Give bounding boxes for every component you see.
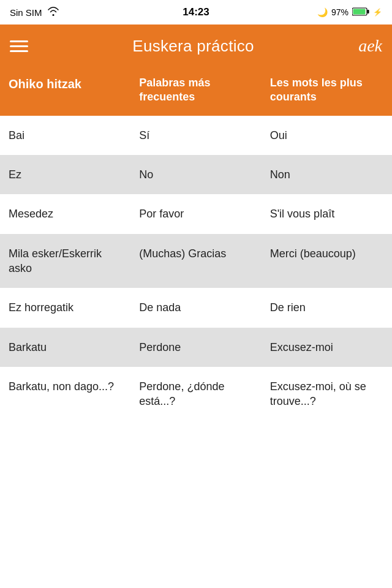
app-logo: aek: [358, 36, 382, 56]
status-time: 14:23: [183, 6, 209, 18]
menu-line-3: [10, 50, 28, 52]
vocabulary-table: BaiSíOuiEzNoNonMesedezPor favorS'il vous…: [0, 116, 392, 421]
cell-row6-col1: Barkatu, non dago...?: [0, 379, 130, 409]
cell-row1-col1: Ez: [0, 167, 130, 182]
cell-row1-col3: Non: [262, 167, 392, 182]
app-title: Euskera práctico: [132, 37, 254, 56]
menu-line-1: [10, 40, 28, 42]
column-headers: Ohiko hitzak Palabras más frecuentes Les…: [0, 67, 392, 116]
moon-icon: 🌙: [317, 7, 328, 17]
menu-line-2: [10, 45, 28, 47]
table-row[interactable]: MesedezPor favorS'il vous plaît: [0, 194, 392, 233]
col-header-1: Ohiko hitzak: [0, 76, 130, 105]
table-row[interactable]: Ez horregatikDe nadaDe rien: [0, 288, 392, 327]
cell-row0-col3: Oui: [262, 128, 392, 143]
cell-row0-col1: Bai: [0, 128, 130, 143]
app-header: Euskera práctico aek: [0, 24, 392, 67]
carrier-text: Sin SIM: [10, 7, 42, 18]
cell-row5-col3: Excusez-moi: [262, 340, 392, 355]
cell-row2-col2: Por favor: [130, 206, 261, 221]
cell-row6-col3: Excusez-moi, où se trouve...?: [262, 379, 392, 409]
menu-button[interactable]: [10, 40, 28, 52]
table-row[interactable]: Mila esker/Eskerrik asko(Muchas) Gracias…: [0, 234, 392, 288]
cell-row5-col2: Perdone: [130, 340, 261, 355]
wifi-icon: [47, 7, 59, 18]
cell-row3-col1: Mila esker/Eskerrik asko: [0, 246, 130, 276]
svg-rect-2: [353, 9, 366, 14]
cell-row6-col2: Perdone, ¿dónde está...?: [130, 379, 261, 409]
col-header-3: Les mots les plus courants: [262, 76, 392, 105]
cell-row1-col2: No: [130, 167, 261, 182]
col-header-2: Palabras más frecuentes: [130, 76, 261, 105]
cell-row4-col3: De rien: [262, 300, 392, 315]
cell-row2-col3: S'il vous plaît: [262, 206, 392, 221]
status-right: 🌙 97% ⚡: [317, 7, 382, 18]
table-row[interactable]: BarkatuPerdoneExcusez-moi: [0, 328, 392, 367]
table-row[interactable]: BaiSíOui: [0, 116, 392, 155]
status-bar: Sin SIM 14:23 🌙 97% ⚡: [0, 0, 392, 24]
cell-row4-col1: Ez horregatik: [0, 300, 130, 315]
charging-icon: ⚡: [373, 8, 382, 17]
cell-row5-col1: Barkatu: [0, 340, 130, 355]
table-row[interactable]: EzNoNon: [0, 155, 392, 194]
svg-rect-1: [368, 10, 369, 13]
status-left: Sin SIM: [10, 7, 59, 18]
cell-row2-col1: Mesedez: [0, 206, 130, 221]
battery-icon: [352, 7, 369, 18]
battery-percent: 97%: [331, 7, 349, 17]
table-row[interactable]: Barkatu, non dago...?Perdone, ¿dónde est…: [0, 367, 392, 421]
cell-row3-col2: (Muchas) Gracias: [130, 246, 261, 276]
cell-row3-col3: Merci (beaucoup): [262, 246, 392, 276]
cell-row0-col2: Sí: [130, 128, 261, 143]
cell-row4-col2: De nada: [130, 300, 261, 315]
